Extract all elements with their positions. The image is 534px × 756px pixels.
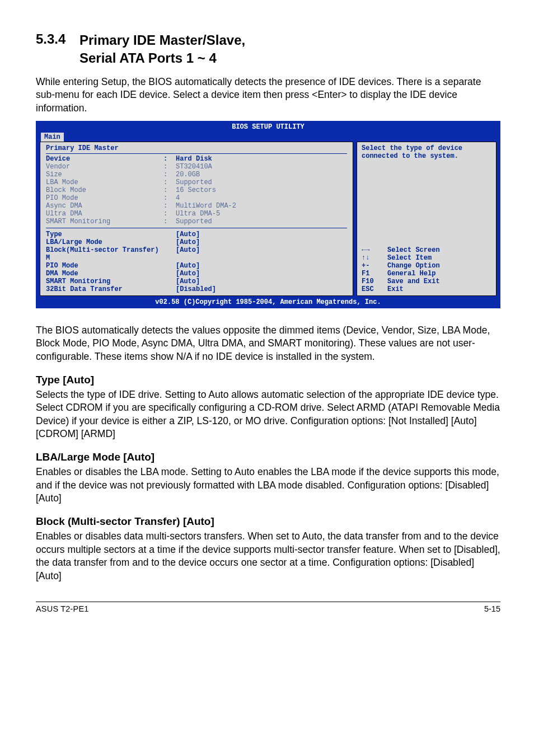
bios-info-row: LBA Mode:Supported <box>46 179 347 186</box>
bios-screenshot: BIOS SETUP UTILITY Main Primary IDE Mast… <box>36 121 500 308</box>
bios-option-row[interactable]: PIO Mode[Auto] <box>46 262 347 270</box>
bios-option-row[interactable]: Type[Auto] <box>46 231 347 238</box>
bios-help-text: Select the type of device connected to t… <box>362 144 491 160</box>
bios-info-row: Ultra DMA:Ultra DMA-5 <box>46 210 347 218</box>
section-number: 5.3.4 <box>36 31 79 47</box>
bios-info-row: Device:Hard Disk <box>46 155 347 163</box>
page-footer: ASUS T2-PE1 5-15 <box>36 602 500 613</box>
section-heading: 5.3.4 Primary IDE Master/Slave, Serial A… <box>36 31 500 68</box>
bios-info-row: Vendor:ST320410A <box>46 163 347 171</box>
bios-left-panel: Primary IDE Master Device:Hard Disk Vend… <box>40 142 353 296</box>
post-bios-paragraph: The BIOS automatically detects the value… <box>36 324 500 364</box>
bios-info-row: PIO Mode:4 <box>46 194 347 202</box>
arrow-ud-icon <box>362 254 369 262</box>
footer-left: ASUS T2-PE1 <box>36 604 89 613</box>
bios-info-row: Block Mode:16 Sectors <box>46 186 347 194</box>
bios-footer: v02.58 (C)Copyright 1985-2004, American … <box>36 297 500 308</box>
bios-option-row[interactable]: Block(Multi-sector Transfer) M[Auto] <box>46 246 347 262</box>
bios-panel-title: Primary IDE Master <box>46 144 347 154</box>
bios-info-row: SMART Monitoring:Supported <box>46 218 347 226</box>
bios-legend: Select Screen Select Item +- Change Opti… <box>362 246 491 293</box>
lba-heading: LBA/Large Mode [Auto] <box>36 451 500 463</box>
bios-info-row: Size:20.0GB <box>46 171 347 179</box>
arrow-lr-icon <box>362 246 369 254</box>
intro-paragraph: While entering Setup, the BIOS automatic… <box>36 76 500 115</box>
bios-option-row[interactable]: 32Bit Data Transfer[Disabled] <box>46 285 347 293</box>
section-title-line2: Serial ATA Ports 1 ~ 4 <box>79 50 217 65</box>
bios-tab-main[interactable]: Main <box>41 133 64 142</box>
bios-right-panel: Select the type of device connected to t… <box>357 142 496 296</box>
block-heading: Block (Multi-sector Transfer) [Auto] <box>36 515 500 528</box>
bios-option-row[interactable]: SMART Monitoring[Auto] <box>46 278 347 285</box>
type-text: Selects the type of IDE drive. Setting t… <box>36 388 500 442</box>
section-title-line1: Primary IDE Master/Slave, <box>79 32 245 48</box>
type-heading: Type [Auto] <box>36 374 500 386</box>
bios-info-row: Async DMA:MultiWord DMA-2 <box>46 202 347 210</box>
footer-right: 5-15 <box>484 604 500 613</box>
block-text: Enables or disables data multi-sectors t… <box>36 530 500 583</box>
bios-option-row[interactable]: LBA/Large Mode[Auto] <box>46 238 347 246</box>
bios-header: BIOS SETUP UTILITY <box>36 121 500 133</box>
lba-text: Enables or disables the LBA mode. Settin… <box>36 466 500 505</box>
bios-option-row[interactable]: DMA Mode[Auto] <box>46 270 347 278</box>
